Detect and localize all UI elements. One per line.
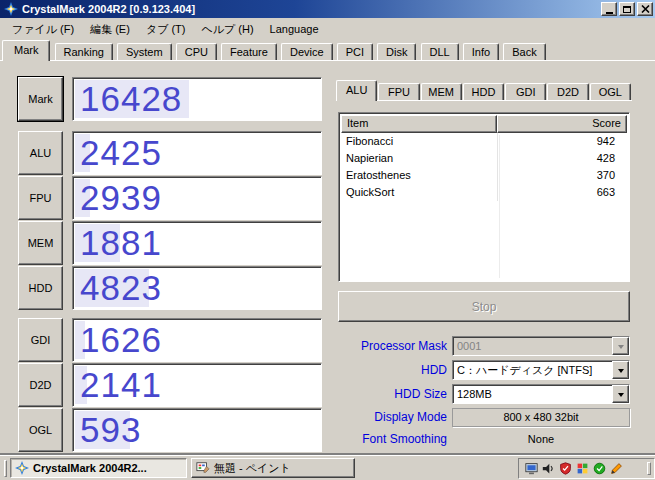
maximize-button[interactable] xyxy=(619,2,635,16)
green-status-icon[interactable] xyxy=(593,462,606,475)
taskbar: CrystalMark 2004R2... 無題 - ペイント xyxy=(0,455,655,480)
hdd-dropdown-button[interactable] xyxy=(612,361,629,379)
column-header-item[interactable]: Item xyxy=(341,115,497,133)
detail-tab-d2d[interactable]: D2D xyxy=(547,83,588,100)
tab-info[interactable]: Info xyxy=(463,43,499,60)
hdd-size-row: HDD Size 128MB xyxy=(336,384,632,404)
volume-icon[interactable] xyxy=(542,462,555,475)
tab-feature[interactable]: Feature xyxy=(221,43,277,60)
score-cell: 428 xyxy=(497,150,627,167)
pen-icon[interactable] xyxy=(610,462,623,475)
item-cell: Fibonacci xyxy=(341,133,497,150)
detail-results-table: Item Score Fibonacci 942 Napierian 428 E… xyxy=(338,112,630,282)
table-header-row: Item Score xyxy=(341,115,627,133)
benchmark-row-gdi: GDI 1626 xyxy=(0,318,336,362)
display-mode-value: 800 x 480 32bit xyxy=(452,408,630,427)
detail-tab-fpu[interactable]: FPU xyxy=(378,83,419,100)
hdd-size-combobox[interactable]: 128MB xyxy=(452,384,630,404)
taskbar-button-paint[interactable]: 無題 - ペイント xyxy=(191,458,355,478)
close-icon xyxy=(641,5,650,13)
display-icon[interactable] xyxy=(525,462,538,475)
tab-disk[interactable]: Disk xyxy=(377,43,416,60)
column-divider xyxy=(499,135,500,278)
font-smoothing-label: Font Smoothing xyxy=(336,431,447,447)
tab-ranking[interactable]: Ranking xyxy=(55,43,113,60)
table-row[interactable]: Napierian 428 xyxy=(341,150,627,167)
fpu-score-box: 2939 xyxy=(72,176,322,220)
gdi-score-value: 1626 xyxy=(80,319,162,361)
chevron-down-icon xyxy=(618,393,624,400)
benchmark-row-alu: ALU 2425 xyxy=(0,131,336,175)
display-mode-row: Display Mode 800 x 480 32bit xyxy=(336,408,632,427)
table-row[interactable]: Eratosthenes 370 xyxy=(341,167,627,184)
hdd-size-value: 128MB xyxy=(453,385,612,403)
tab-mark[interactable]: Mark xyxy=(2,40,50,61)
tab-back[interactable]: Back xyxy=(503,43,545,60)
menu-file[interactable]: ファイル (F) xyxy=(4,19,82,40)
d2d-button[interactable]: D2D xyxy=(18,363,63,407)
processor-mask-row: Processor Mask 0001 xyxy=(336,336,632,356)
tray-edge-handle[interactable] xyxy=(647,462,651,475)
system-tray xyxy=(518,458,655,479)
detail-tab-mem[interactable]: MEM xyxy=(421,83,462,100)
font-smoothing-value: None xyxy=(452,431,630,447)
mark-score-value: 16428 xyxy=(80,78,182,120)
item-cell: QuickSort xyxy=(341,184,497,201)
taskbar-grip[interactable] xyxy=(4,460,7,477)
detail-tab-hdd[interactable]: HDD xyxy=(463,83,504,100)
mark-button[interactable]: Mark xyxy=(18,77,63,121)
taskbar-button-crystalmark[interactable]: CrystalMark 2004R2... xyxy=(10,458,187,478)
detail-tab-gdi[interactable]: GDI xyxy=(505,83,546,100)
hdd-size-label: HDD Size xyxy=(336,384,447,404)
fpu-button[interactable]: FPU xyxy=(18,176,63,220)
detail-tab-ogl[interactable]: OGL xyxy=(590,83,631,100)
hdd-value: C：ハードディスク [NTFS] xyxy=(453,361,612,379)
menu-language[interactable]: Language xyxy=(262,20,327,38)
score-cell: 942 xyxy=(497,133,627,150)
hdd-size-dropdown-button[interactable] xyxy=(612,385,629,403)
stop-button[interactable]: Stop xyxy=(338,291,630,322)
table-row[interactable]: QuickSort 663 xyxy=(341,184,627,201)
alu-button[interactable]: ALU xyxy=(18,131,63,175)
benchmark-row-d2d: D2D 2141 xyxy=(0,363,336,407)
benchmark-row-hdd: HDD 4823 xyxy=(0,266,336,310)
gdi-button[interactable]: GDI xyxy=(18,318,63,362)
tab-system[interactable]: System xyxy=(117,43,172,60)
mem-button[interactable]: MEM xyxy=(18,221,63,265)
menu-tab[interactable]: タブ (T) xyxy=(138,19,194,40)
detail-tab-alu[interactable]: ALU xyxy=(336,80,377,101)
processor-mask-dropdown-button[interactable] xyxy=(612,337,629,355)
tab-device[interactable]: Device xyxy=(281,43,333,60)
alu-score-box: 2425 xyxy=(72,131,322,175)
crystalmark-app-icon[interactable] xyxy=(4,2,18,16)
maximize-icon xyxy=(623,6,631,13)
tab-dll[interactable]: DLL xyxy=(421,43,459,60)
hdd-button[interactable]: HDD xyxy=(18,266,63,310)
hdd-row: HDD C：ハードディスク [NTFS] xyxy=(336,360,632,380)
display-mode-label: Display Mode xyxy=(336,408,447,427)
processor-mask-combobox[interactable]: 0001 xyxy=(452,336,630,356)
ogl-score-value: 593 xyxy=(80,409,141,451)
column-header-score[interactable]: Score xyxy=(497,115,627,133)
menu-help[interactable]: ヘルプ (H) xyxy=(194,19,262,40)
benchmark-row-ogl: OGL 593 xyxy=(0,408,336,452)
processor-mask-value: 0001 xyxy=(453,337,612,355)
chevron-down-icon xyxy=(618,345,624,352)
table-row[interactable]: Fibonacci 942 xyxy=(341,133,627,150)
item-cell: Napierian xyxy=(341,150,497,167)
ogl-button[interactable]: OGL xyxy=(18,408,63,452)
detail-tab-strip: ALU FPU MEM HDD GDI D2D OGL xyxy=(336,80,632,101)
hdd-combobox[interactable]: C：ハードディスク [NTFS] xyxy=(452,360,630,380)
minimize-icon xyxy=(606,12,613,14)
mark-score-box: 16428 xyxy=(72,77,322,121)
antivirus-shield-icon[interactable] xyxy=(559,462,572,475)
minimize-button[interactable] xyxy=(601,2,617,16)
window-title: CrystalMark 2004R2 [0.9.123.404] xyxy=(22,3,599,15)
item-cell: Eratosthenes xyxy=(341,167,497,184)
tab-cpu[interactable]: CPU xyxy=(176,43,217,60)
crystalmark-app-icon xyxy=(15,461,29,475)
close-button[interactable] xyxy=(637,2,653,16)
tab-pci[interactable]: PCI xyxy=(337,43,373,60)
colorful-app-icon[interactable] xyxy=(576,462,589,475)
menu-edit[interactable]: 編集 (E) xyxy=(82,19,138,40)
